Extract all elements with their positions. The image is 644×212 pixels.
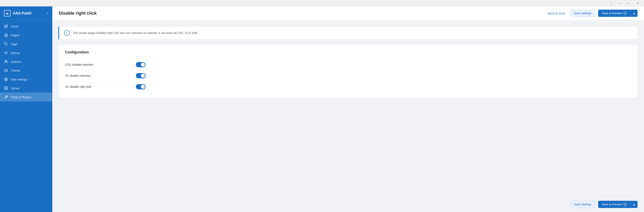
config-row-js-disable-selection: JS: disable selection: [65, 70, 146, 81]
sidebar-header: ☕ AAA Publii ▾: [0, 6, 52, 20]
toggle-js-disable-selection[interactable]: [136, 73, 146, 78]
info-text: This simple plugin disables right click …: [73, 31, 198, 35]
config-row-js-disable-right-click: JS: disable right click: [65, 81, 146, 92]
config-label-js-disable-right-click: JS: disable right click: [65, 85, 91, 88]
sidebar-item-label: Pages: [11, 33, 20, 37]
edit-icon: [4, 24, 8, 28]
sidebar-item-label: Theme: [11, 69, 20, 72]
save-preview-label: Save & Preview: [602, 12, 622, 15]
toggle-track: [136, 62, 146, 67]
gear-icon: [4, 77, 8, 81]
toggle-thumb: [141, 63, 145, 67]
sidebar-item-site-settings[interactable]: Site settings: [0, 75, 52, 84]
info-icon: i: [64, 30, 70, 36]
server-icon: [4, 86, 8, 90]
toggle-track: [136, 73, 146, 78]
save-preview-dropdown-button-top[interactable]: ▲: [630, 10, 638, 17]
svg-point-16: [6, 79, 7, 80]
back-to-tools-button[interactable]: Back to tools: [546, 10, 568, 17]
config-label-css-disable-selection: CSS: disable selection: [65, 63, 93, 66]
save-preview-button-bottom[interactable]: Save & Preview: [598, 201, 630, 208]
sidebar-item-server[interactable]: Server: [0, 84, 52, 93]
save-preview-label-bottom: Save & Preview: [602, 203, 622, 206]
sidebar-item-label: Posts: [11, 25, 18, 28]
config-card: Configuration CSS: disable selection: [58, 44, 638, 98]
svg-rect-21: [624, 12, 626, 14]
svg-rect-24: [624, 203, 626, 205]
users-icon: [4, 60, 8, 64]
sidebar-item-label: Menus: [11, 51, 20, 55]
top-bar: Disable right click Back to tools Save S…: [52, 6, 644, 20]
bottom-bar: Save Settings Save & Preview ▲: [52, 197, 644, 212]
sidebar-item-tools-plugins[interactable]: Tools & Plugins: [0, 93, 52, 101]
toggle-js-disable-right-click[interactable]: [136, 84, 146, 89]
toggle-thumb: [141, 74, 145, 78]
file-icon: [4, 33, 8, 37]
brand-name: AAA Publii: [13, 11, 45, 15]
sidebar-item-tags[interactable]: Tags: [0, 40, 52, 48]
sidebar: ☕ AAA Publii ▾ Posts: [0, 6, 52, 212]
maximize-button[interactable]: □: [624, 0, 633, 6]
tag-icon: [4, 42, 8, 46]
sidebar-item-label: Tags: [11, 42, 17, 46]
minimize-button[interactable]: ─: [614, 0, 624, 6]
toggle-css-disable-selection[interactable]: [136, 62, 146, 67]
config-label-js-disable-selection: JS: disable selection: [65, 74, 91, 77]
save-settings-button-bottom[interactable]: Save Settings: [570, 201, 596, 208]
save-settings-button-top[interactable]: Save Settings: [570, 10, 596, 17]
config-row-css-disable-selection: CSS: disable selection: [65, 59, 146, 70]
title-bar: ⋮ ─ □ ✕: [0, 0, 644, 6]
sidebar-item-menus[interactable]: Menus: [0, 48, 52, 57]
sidebar-item-authors[interactable]: Authors: [0, 57, 52, 66]
page-title: Disable right click: [59, 11, 96, 16]
main-content: Disable right click Back to tools Save S…: [52, 6, 644, 212]
logo-icon: ☕: [6, 12, 9, 15]
save-preview-group-top: Save & Preview ▲: [598, 10, 638, 17]
svg-point-6: [5, 60, 6, 61]
toggle-thumb: [141, 85, 145, 89]
toggle-track: [136, 84, 146, 89]
save-preview-dropdown-button-bottom[interactable]: ▲: [630, 201, 638, 208]
save-preview-button-top[interactable]: Save & Preview: [598, 10, 630, 17]
menu-dots[interactable]: ⋮: [608, 0, 614, 6]
window-controls: ─ □ ✕: [614, 0, 642, 6]
brand-dropdown-arrow[interactable]: ▾: [47, 12, 48, 15]
sidebar-logo: ☕: [4, 10, 10, 16]
top-bar-actions: Back to tools Save Settings Save & Previ…: [546, 10, 638, 17]
wrench-icon: [4, 95, 8, 99]
sidebar-item-theme[interactable]: Theme: [0, 66, 52, 75]
save-preview-group-bottom: Save & Preview ▲: [598, 201, 638, 208]
menu-icon: [4, 51, 8, 55]
config-title: Configuration: [65, 50, 631, 54]
content-area: i This simple plugin disables right clic…: [52, 20, 644, 197]
sidebar-item-posts[interactable]: Posts: [0, 22, 52, 31]
sliders-icon: [4, 68, 8, 73]
close-button[interactable]: ✕: [633, 0, 642, 6]
info-banner: i This simple plugin disables right clic…: [58, 26, 638, 40]
sidebar-nav: Posts Pages: [0, 20, 52, 212]
sidebar-item-label: Authors: [11, 60, 21, 63]
sidebar-item-label: Server: [11, 87, 20, 90]
sidebar-item-pages[interactable]: Pages: [0, 31, 52, 40]
sidebar-item-label: Tools & Plugins: [11, 95, 32, 99]
sidebar-item-label: Site settings: [11, 78, 27, 81]
monitor-icon-bottom: [624, 203, 627, 206]
monitor-icon: [624, 12, 627, 15]
